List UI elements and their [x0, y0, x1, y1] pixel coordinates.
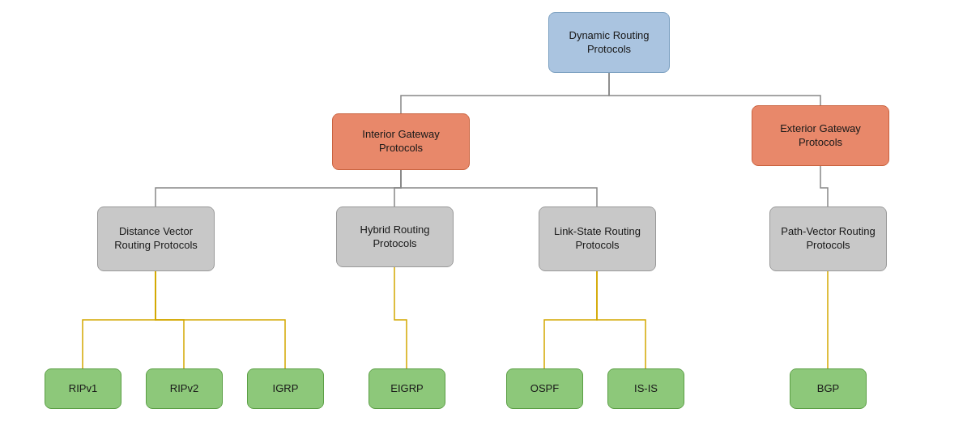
node-link_state: Link-State Routing Protocols — [539, 206, 656, 271]
diagram: Dynamic Routing ProtocolsInterior Gatewa… — [0, 0, 980, 447]
node-hybrid_routing: Hybrid Routing Protocols — [336, 206, 454, 267]
node-ospf: OSPF — [506, 368, 583, 409]
node-eigrp: EIGRP — [369, 368, 445, 409]
node-interior_gateway: Interior Gateway Protocols — [332, 113, 470, 170]
node-path_vector: Path-Vector Routing Protocols — [769, 206, 887, 271]
node-dynamic_routing: Dynamic Routing Protocols — [548, 12, 670, 73]
node-bgp: BGP — [790, 368, 867, 409]
node-exterior_gateway: Exterior Gateway Protocols — [752, 105, 889, 166]
node-ripv1: RIPv1 — [45, 368, 121, 409]
node-ripv2: RIPv2 — [146, 368, 223, 409]
node-isis: IS-IS — [607, 368, 684, 409]
node-igrp: IGRP — [247, 368, 324, 409]
node-distance_vector: Distance Vector Routing Protocols — [97, 206, 215, 271]
